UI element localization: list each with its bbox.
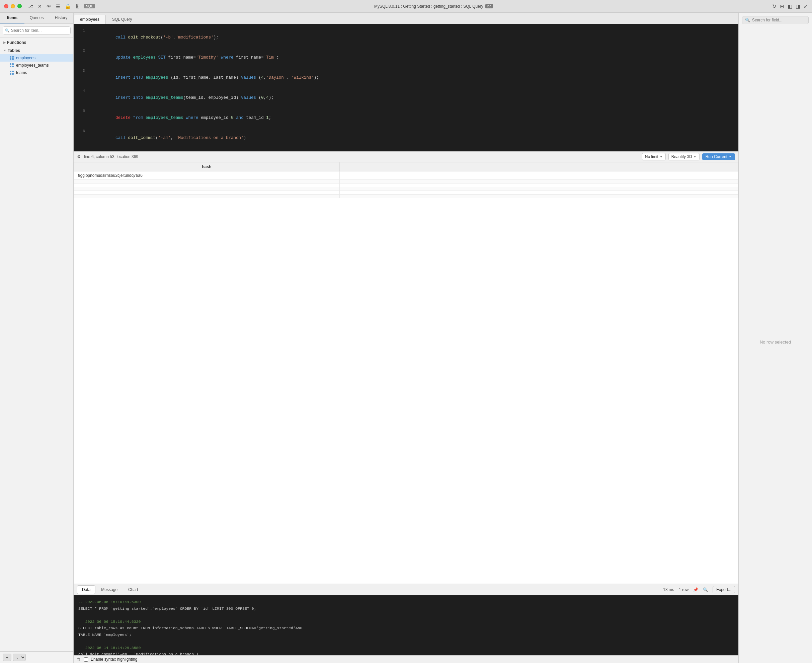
tab-message[interactable]: Message	[96, 585, 123, 594]
log-line-1: -- 2022-06-06 15:10:44.6300	[78, 599, 734, 605]
maximize-button[interactable]	[18, 4, 22, 8]
cell-empty	[340, 171, 738, 180]
close-button[interactable]	[4, 4, 8, 8]
app-layout: Items Queries History 🔍 ▶ Functions ▼	[0, 13, 812, 663]
cell-empty-10	[340, 194, 738, 198]
col-empty	[340, 162, 738, 171]
sidebar-tree: ▶ Functions ▼ Tables employees	[0, 37, 73, 651]
line-num-4: 4	[79, 88, 85, 94]
close-icon[interactable]: ✕	[38, 4, 42, 9]
add-button[interactable]: +	[3, 653, 11, 661]
table-row	[74, 183, 738, 187]
tab-data[interactable]: Data	[77, 585, 95, 594]
sidebar-item-employees-teams[interactable]: employees_teams	[0, 61, 73, 69]
layout-icon[interactable]: ⊞	[780, 3, 784, 10]
editor-tab-employees[interactable]: employees	[74, 15, 106, 24]
log-line-2: SELECT * FROM `getting_started`.`employe…	[78, 605, 734, 612]
functions-header[interactable]: ▶ Functions	[0, 39, 73, 46]
minimize-button[interactable]	[11, 4, 15, 8]
log-line-9: call dolt_commit('-am', 'Modifications o…	[78, 651, 734, 655]
sidebar-right-icon[interactable]: ◨	[796, 3, 800, 10]
gear-icon[interactable]: ⚙	[77, 154, 81, 159]
results-area: hash 8gglbpnomudsirns6u2cjeitundq76a6	[74, 162, 738, 595]
functions-label: Functions	[7, 40, 26, 45]
line-num-6: 6	[79, 128, 85, 134]
sidebar-item-employees[interactable]: employees	[0, 54, 73, 61]
cell-hash-value: 8gglbpnomudsirns6u2cjeitundq76a6	[74, 171, 340, 180]
eye-icon[interactable]: 👁	[47, 4, 51, 9]
editor-statusbar: ⚙ line 6, column 53, location 369 No lim…	[74, 151, 738, 162]
pin-icon[interactable]: 📌	[693, 587, 698, 592]
refresh-icon[interactable]: ↻	[772, 3, 776, 10]
sql-code-1: call dolt_checkout('-b','modifications')…	[90, 27, 219, 48]
tab-chart[interactable]: Chart	[123, 585, 143, 594]
titlebar: ⎇ ✕ 👁 ☰ 🔒 🗄 SQL MySQL 8.0.11 : Getting S…	[0, 0, 812, 13]
no-limit-dropdown[interactable]: No limit ▼	[642, 153, 666, 160]
sidebar-left-icon[interactable]: ◧	[788, 3, 792, 10]
sql-editor[interactable]: 1 call dolt_checkout('-b','modifications…	[74, 24, 738, 151]
search-results-icon[interactable]: 🔍	[703, 587, 708, 592]
tab-queries[interactable]: Queries	[24, 13, 49, 23]
syntax-highlight-checkbox[interactable]	[84, 657, 88, 661]
sql-code-4: insert into employees_teams(team_id, emp…	[90, 88, 274, 108]
sql-line-2: 2 update employees SET first_name='Timot…	[74, 48, 738, 68]
editor-tabs: employees SQL Query	[74, 13, 738, 24]
search-input[interactable]	[3, 26, 71, 34]
expand-icon[interactable]: ⤢	[804, 3, 808, 10]
sidebar-bottom-select[interactable]: ⌄	[13, 653, 26, 661]
export-button[interactable]: Export...	[713, 586, 735, 593]
loc-badge: loc	[485, 4, 493, 8]
results-rows: 1 row	[679, 587, 688, 592]
sidebar: Items Queries History 🔍 ▶ Functions ▼	[0, 13, 74, 663]
cell-empty-8	[340, 191, 738, 194]
table-icon-employees-teams	[10, 63, 14, 68]
results-table-wrap: hash 8gglbpnomudsirns6u2cjeitundq76a6	[74, 162, 738, 584]
lock-icon[interactable]: 🔒	[65, 4, 71, 9]
sql-line-5: 5 delete from employees_teams where empl…	[74, 108, 738, 128]
line-num-3: 3	[79, 68, 85, 74]
console-log[interactable]: -- 2022-06-06 15:10:44.6300 SELECT * FRO…	[74, 595, 738, 655]
table-row	[74, 180, 738, 183]
run-current-arrow: ▼	[729, 155, 732, 158]
no-limit-arrow: ▼	[660, 155, 663, 158]
run-current-btn[interactable]: Run Current ▼	[702, 154, 735, 160]
cell-empty-7	[74, 191, 340, 194]
table-label-employees: employees	[16, 56, 36, 60]
sql-code-3: insert INTO employees (id, first_name, l…	[90, 68, 319, 88]
functions-section: ▶ Functions	[0, 39, 73, 46]
sql-badge: SQL	[84, 4, 95, 8]
sidebar-item-teams[interactable]: teams	[0, 69, 73, 76]
sql-line-4: 4 insert into employees_teams(team_id, e…	[74, 88, 738, 108]
list-icon[interactable]: ☰	[56, 4, 60, 9]
field-search-input[interactable]	[752, 18, 806, 23]
sql-line-6: 6 call dolt_commit('-am', 'Modifications…	[74, 128, 738, 148]
sidebar-bottom: + ⌄	[0, 651, 73, 663]
cell-empty-9	[74, 194, 340, 198]
titlebar-icons: ⎇ ✕ 👁 ☰ 🔒 🗄	[28, 4, 80, 9]
table-label-teams: teams	[16, 70, 27, 75]
tab-items[interactable]: Items	[0, 13, 24, 23]
col-hash: hash	[74, 162, 340, 171]
table-icon-teams	[10, 70, 14, 75]
tables-section: ▼ Tables employees employees_teams	[0, 47, 73, 76]
tab-history[interactable]: History	[49, 13, 73, 23]
console-bottom: 🗑 Enable syntax highlighting	[74, 655, 738, 663]
editor-tab-sql-query[interactable]: SQL Query	[106, 15, 139, 24]
cell-empty-4	[340, 183, 738, 187]
results-table: hash 8gglbpnomudsirns6u2cjeitundq76a6	[74, 162, 738, 198]
log-line-5: SELECT table_rows as count FROM informat…	[78, 625, 734, 632]
table-row[interactable]: 8gglbpnomudsirns6u2cjeitundq76a6	[74, 171, 738, 180]
cell-empty-2	[340, 180, 738, 183]
branch-icon[interactable]: ⎇	[28, 4, 33, 9]
cell-empty-3	[74, 183, 340, 187]
trash-icon[interactable]: 🗑	[77, 657, 81, 661]
content-area: employees SQL Query 1 call dolt_checkout…	[74, 13, 738, 663]
table-icon-employees	[10, 56, 14, 60]
results-tabs: Data Message Chart 13 ms 1 row 📌 🔍 Expor…	[74, 584, 738, 595]
beautify-btn[interactable]: Beautify ⌘I ▼	[668, 153, 699, 160]
tables-header[interactable]: ▼ Tables	[0, 47, 73, 54]
tables-label: Tables	[8, 48, 20, 53]
db-icon[interactable]: 🗄	[75, 4, 80, 9]
table-row	[74, 194, 738, 198]
log-line-7	[78, 638, 734, 645]
